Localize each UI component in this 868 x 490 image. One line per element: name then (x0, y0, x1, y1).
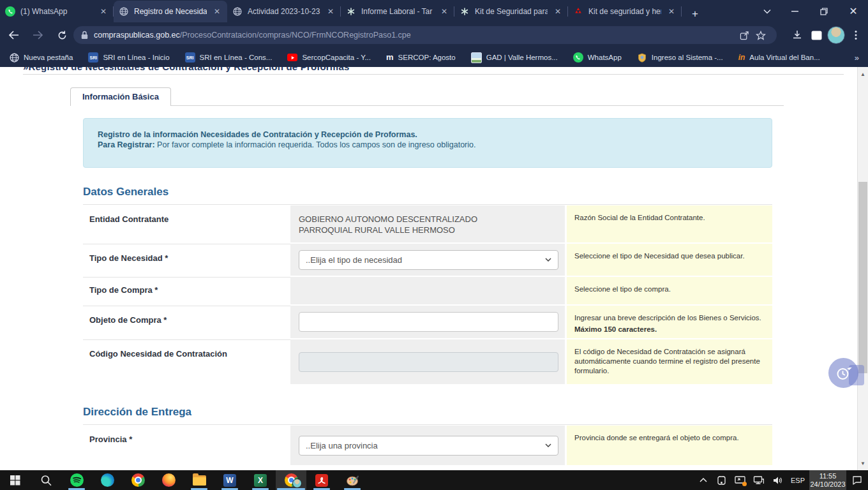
tray-display-update-icon[interactable] (731, 470, 749, 490)
row-entidad-contratante: Entidad Contratante GOBIERNO AUTONOMO DE… (83, 205, 772, 242)
bookmark-nueva-pestana[interactable]: Nueva pestaña (9, 52, 73, 63)
tab-actividad[interactable]: Actividad 2023-10-23 ✕ (227, 1, 341, 22)
tray-device-icon[interactable] (712, 470, 731, 490)
date: 24/10/2023 (810, 480, 845, 489)
tab-informacion-basica[interactable]: Información Básica (70, 87, 171, 106)
page-content: »Registro de Necesidades de Contratación… (0, 67, 868, 470)
info-alert: Registro de la información Necesidades d… (83, 118, 772, 168)
close-tab-icon[interactable]: ✕ (666, 6, 677, 17)
floating-clock-widget[interactable] (828, 358, 858, 388)
page-title: »Registro de Necesidades de Contratación… (23, 67, 597, 73)
close-window-button[interactable]: ✕ (839, 0, 868, 22)
divider (23, 74, 844, 75)
taskbar-spotify-button[interactable] (61, 470, 92, 490)
language-indicator[interactable]: ESP (786, 477, 809, 484)
scroll-up-icon[interactable]: ▲ (858, 69, 868, 79)
vertical-scrollbar[interactable]: ▲ ▼ (857, 67, 868, 470)
field-label: Tipo de Necesidad * (83, 244, 290, 276)
divider (70, 105, 784, 106)
field-input-cell: ..Elija el tipo de necesidad (290, 244, 565, 276)
bookmark-sri-consultas[interactable]: SRI SRI en Línea - Cons... (185, 52, 273, 63)
profile-badge (292, 479, 302, 488)
close-tab-icon[interactable]: ✕ (98, 6, 108, 17)
field-help: Razón Social de la Entidad Contratante. (565, 205, 772, 242)
tray-network-icon[interactable] (749, 470, 768, 490)
sercop-icon: m (386, 52, 394, 63)
profile-avatar[interactable] (827, 26, 845, 44)
globe-icon (119, 6, 129, 17)
taskbar-chrome-button[interactable] (123, 470, 153, 490)
taskbar-chrome-active-button[interactable] (276, 470, 306, 490)
taskbar-explorer-button[interactable] (184, 470, 214, 490)
sri-icon: SRI (185, 52, 195, 63)
field-help: Provincia donde se entregará el objeto d… (565, 426, 772, 465)
bookmark-label: SRI en Línea - Cons... (200, 54, 273, 61)
taskbar-word-button[interactable]: W (214, 470, 245, 490)
taskbar-firefox-button[interactable] (153, 470, 184, 490)
tray-volume-icon[interactable] (768, 470, 786, 490)
menu-kebab-icon[interactable] (848, 27, 864, 43)
objeto-compra-input[interactable] (299, 312, 558, 332)
tab-strip: (1) WhatsApp ✕ Registro de Necesida ✕ Ac… (0, 0, 868, 22)
globe-icon (232, 6, 243, 17)
bookmark-sercop-youtube[interactable]: SercopCapacita - Y... (287, 54, 371, 61)
tab-search-chevron-icon[interactable] (754, 0, 780, 22)
address-bar[interactable]: compraspublicas.gob.ec/ProcesoContrataci… (73, 26, 777, 44)
download-icon[interactable] (789, 27, 805, 43)
tray-show-hidden-icons[interactable] (694, 470, 712, 490)
chatgpt-icon (346, 6, 356, 17)
tipo-necesidad-select[interactable]: ..Elija el tipo de necesidad (299, 250, 558, 270)
tab-whatsapp[interactable]: (1) WhatsApp ✕ (0, 1, 114, 22)
taskbar-edge-button[interactable] (92, 470, 123, 490)
back-button[interactable] (3, 24, 24, 46)
field-label: Objeto de Compra * (83, 306, 290, 338)
start-button[interactable] (0, 470, 31, 490)
tab-kit-seguridad-2[interactable]: Kit de seguridad y her ✕ (568, 1, 682, 22)
bookmarks-bar: Nueva pestaña SRI SRI en Línea - Inicio … (0, 48, 868, 67)
tab-informe[interactable]: Informe Laboral - Tar ✕ (341, 1, 454, 22)
taskbar-acrobat-button[interactable] (306, 470, 337, 490)
reload-button[interactable] (51, 24, 73, 46)
bookmark-aula-virtual[interactable]: in Aula Virtual del Ban... (738, 53, 820, 62)
divider (83, 424, 772, 425)
bookmark-sri-inicio[interactable]: SRI SRI en Línea - Inicio (88, 52, 169, 63)
restore-button[interactable] (809, 0, 839, 22)
url-text: compraspublicas.gob.ec/ProcesoContrataci… (94, 31, 736, 40)
browser-toolbar: compraspublicas.gob.ec/ProcesoContrataci… (0, 22, 868, 48)
close-tab-icon[interactable]: ✕ (439, 6, 449, 17)
tab-title: Registro de Necesida (134, 7, 207, 16)
field-label: Tipo de Compra * (83, 277, 290, 304)
bookmarks-overflow-chevron[interactable]: » (855, 53, 859, 63)
close-tab-icon[interactable]: ✕ (326, 6, 336, 17)
taskbar-excel-button[interactable]: X (245, 470, 276, 490)
forward-button[interactable] (27, 24, 49, 46)
taskbar-clock[interactable]: 11:55 24/10/2023 (809, 470, 846, 490)
minimize-button[interactable] (780, 0, 809, 22)
scrollbar-thumb[interactable] (858, 182, 867, 373)
bookmark-sercop-agosto[interactable]: m SERCOP: Agosto (386, 52, 456, 63)
tab-registro-active[interactable]: Registro de Necesida ✕ (114, 1, 227, 22)
whatsapp-icon (573, 52, 583, 63)
close-tab-icon[interactable]: ✕ (553, 6, 563, 17)
tab-title: Informe Laboral - Tar (361, 7, 434, 16)
new-tab-button[interactable]: + (687, 6, 703, 22)
status-dot (742, 482, 747, 486)
action-center-icon[interactable] (846, 470, 868, 490)
taskbar: W X ESP 11:55 (0, 470, 868, 490)
bookmark-ingreso-sistema[interactable]: Ingreso al Sistema -... (637, 52, 723, 63)
section-title-direccion-entrega: Dirección de Entrega (83, 406, 191, 419)
close-tab-icon[interactable]: ✕ (212, 6, 222, 17)
scroll-down-icon[interactable]: ▼ (858, 458, 868, 468)
system-tray: ESP 11:55 24/10/2023 (694, 470, 868, 490)
tab-title: Actividad 2023-10-23 (248, 7, 320, 16)
bookmark-whatsapp[interactable]: WhatsApp (573, 52, 622, 63)
side-panel-icon[interactable] (808, 27, 825, 43)
provincia-select[interactable]: ..Elija una provincia (299, 436, 558, 456)
taskbar-paint-button[interactable] (337, 470, 368, 490)
taskbar-search-button[interactable] (31, 470, 61, 490)
bookmark-gad-valle-hermoso[interactable]: GAD | Valle Hermos... (471, 52, 558, 63)
share-icon[interactable] (736, 27, 752, 43)
bookmark-star-icon[interactable] (752, 27, 769, 43)
tab-kit-seguridad-1[interactable]: Kit de Seguridad para ✕ (454, 1, 568, 22)
row-codigo-necesidad: Código Necesidad de Contratación El códi… (83, 339, 772, 384)
